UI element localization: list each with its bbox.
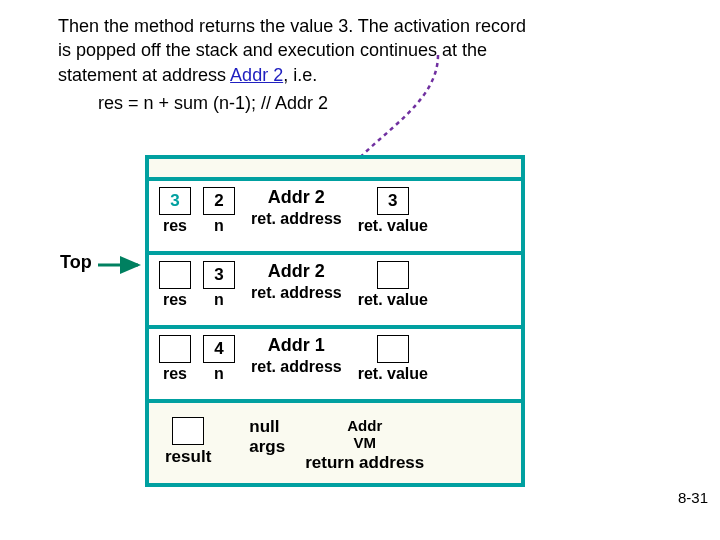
ret-value-box [377,261,409,289]
res-box [159,261,191,289]
return-address-label: return address [305,453,424,473]
ret-address-value: Addr 1 [268,335,325,356]
ret-value-label: ret. value [358,217,428,235]
code-line: res = n + sum (n-1); // Addr 2 [98,91,628,115]
stack-header-spacer [145,155,525,177]
activation-record: res 4 n Addr 1 ret. address ret. value [145,325,525,399]
text: is popped off the stack and execution co… [58,40,487,60]
result-label: result [165,447,211,467]
n-label: n [214,291,224,309]
result-box [172,417,204,445]
vm-addr-l1: Addr [347,417,382,434]
activation-record: 3 res 2 n Addr 2 ret. address 3 ret. val… [145,177,525,251]
page-number: 8-31 [678,489,708,506]
ret-address-label: ret. address [251,210,342,228]
ret-address-label: ret. address [251,284,342,302]
args-label: args [249,437,285,457]
res-label: res [163,291,187,309]
vm-addr-l2: VM [353,434,376,451]
n-box: 3 [203,261,235,289]
addr2-link: Addr 2 [230,65,283,85]
n-box: 2 [203,187,235,215]
res-box [159,335,191,363]
explanation-text: Then the method returns the value 3. The… [58,14,628,115]
main-frame: result null args Addr VM return address [145,399,525,487]
ret-value-label: ret. value [358,365,428,383]
ret-value-label: ret. value [358,291,428,309]
res-box: 3 [159,187,191,215]
n-box: 4 [203,335,235,363]
activation-record: res 3 n Addr 2 ret. address ret. value [145,251,525,325]
call-stack: 3 res 2 n Addr 2 ret. address 3 ret. val… [145,155,525,487]
text: Then the method returns the value 3. The… [58,16,526,36]
text: , i.e. [283,65,317,85]
ret-value-box: 3 [377,187,409,215]
ret-address-label: ret. address [251,358,342,376]
top-pointer-label: Top [60,252,92,273]
ret-address-value: Addr 2 [268,187,325,208]
ret-value-box [377,335,409,363]
ret-address-value: Addr 2 [268,261,325,282]
n-label: n [214,365,224,383]
res-label: res [163,217,187,235]
null-text: null [249,417,279,437]
top-pointer-arrow [98,255,146,275]
text: statement at address [58,65,230,85]
res-label: res [163,365,187,383]
n-label: n [214,217,224,235]
